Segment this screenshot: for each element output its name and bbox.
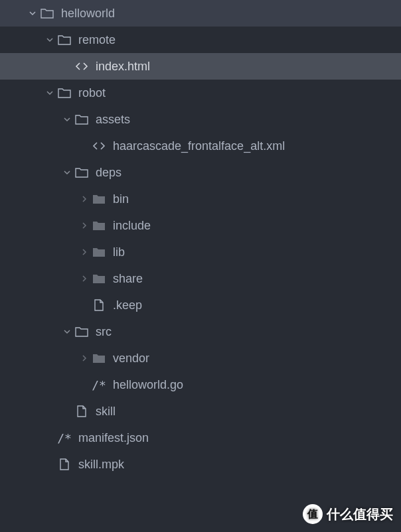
tree-item-label: remote bbox=[78, 33, 116, 47]
chevron-right-icon bbox=[80, 249, 89, 255]
tree-item-include[interactable]: include bbox=[0, 212, 401, 239]
chevron-right-icon bbox=[80, 196, 89, 202]
tree-item-label: robot bbox=[78, 86, 106, 100]
tree-item-label: deps bbox=[96, 166, 121, 180]
folder-icon bbox=[57, 88, 72, 98]
chevron-down-icon bbox=[62, 116, 72, 123]
tree-item-label: skill bbox=[96, 405, 116, 419]
watermark-text: 什么值得买 bbox=[327, 505, 393, 523]
chevron-down-icon bbox=[45, 90, 54, 96]
tree-item-label: assets bbox=[96, 113, 130, 127]
tree-item-label: index.html bbox=[96, 60, 150, 74]
tree-item-skill-mpk[interactable]: skill.mpk bbox=[0, 451, 401, 478]
tree-item-deps[interactable]: deps bbox=[0, 159, 401, 186]
chevron-right-icon bbox=[80, 355, 89, 362]
tree-item-label: haarcascade_frontalface_alt.xml bbox=[113, 139, 285, 153]
folder-icon bbox=[92, 353, 106, 364]
folder-icon bbox=[40, 8, 54, 19]
tree-item-label: manifest.json bbox=[78, 431, 149, 445]
tree-item-label: helloworld bbox=[61, 7, 115, 21]
tree-item-label: include bbox=[113, 219, 151, 233]
tree-item-remote[interactable]: remote bbox=[0, 27, 401, 53]
tree-item-helloworld-go[interactable]: /* helloworld.go bbox=[0, 371, 401, 398]
tree-item-vendor[interactable]: vendor bbox=[0, 345, 401, 371]
tree-item-label: share bbox=[113, 272, 143, 286]
tree-item-share[interactable]: share bbox=[0, 265, 401, 292]
tree-item-keep[interactable]: .keep bbox=[0, 292, 401, 318]
tree-item-label: bin bbox=[113, 192, 129, 206]
tree-item-label: src bbox=[96, 325, 112, 339]
tree-item-label: .keep bbox=[113, 299, 142, 312]
tree-item-index-html[interactable]: index.html bbox=[0, 53, 401, 80]
folder-icon bbox=[74, 167, 89, 178]
tree-item-label: vendor bbox=[113, 352, 149, 366]
chevron-down-icon bbox=[28, 10, 37, 17]
tree-item-label: lib bbox=[113, 245, 125, 259]
tree-item-lib[interactable]: lib bbox=[0, 239, 401, 265]
folder-icon bbox=[74, 114, 89, 125]
tree-item-label: helloworld.go bbox=[113, 378, 183, 392]
file-icon bbox=[92, 299, 106, 311]
chevron-right-icon bbox=[80, 222, 89, 229]
folder-icon bbox=[92, 273, 106, 284]
code-icon bbox=[74, 62, 89, 71]
code-icon bbox=[92, 141, 106, 151]
folder-icon bbox=[74, 326, 89, 337]
folder-icon bbox=[92, 194, 106, 204]
source-icon: /* bbox=[57, 431, 72, 445]
tree-item-bin[interactable]: bin bbox=[0, 186, 401, 212]
watermark-badge: 值 bbox=[303, 504, 323, 524]
chevron-down-icon bbox=[62, 169, 72, 176]
tree-item-haarcascade[interactable]: haarcascade_frontalface_alt.xml bbox=[0, 133, 401, 159]
folder-icon bbox=[57, 34, 72, 45]
watermark: 值 什么值得买 bbox=[303, 504, 393, 524]
folder-icon bbox=[92, 247, 106, 257]
chevron-down-icon bbox=[45, 36, 54, 43]
tree-item-src[interactable]: src bbox=[0, 318, 401, 345]
folder-icon bbox=[92, 220, 106, 231]
file-icon bbox=[74, 405, 89, 417]
chevron-right-icon bbox=[80, 275, 89, 282]
tree-item-manifest-json[interactable]: /* manifest.json bbox=[0, 425, 401, 451]
tree-item-label: skill.mpk bbox=[78, 458, 124, 472]
chevron-down-icon bbox=[62, 328, 72, 335]
source-icon: /* bbox=[92, 378, 106, 392]
tree-item-skill[interactable]: skill bbox=[0, 398, 401, 425]
file-icon bbox=[57, 458, 72, 470]
tree-item-assets[interactable]: assets bbox=[0, 106, 401, 133]
tree-item-helloworld[interactable]: helloworld bbox=[0, 0, 401, 27]
tree-item-robot[interactable]: robot bbox=[0, 80, 401, 106]
